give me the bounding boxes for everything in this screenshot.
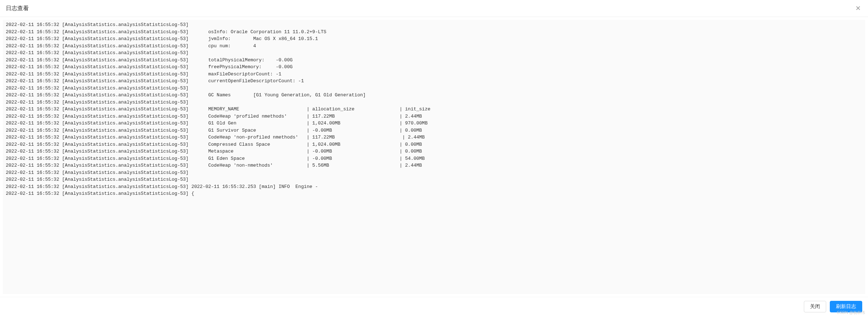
log-content: 2022-02-11 16:55:32 [AnalysisStatistics.… bbox=[6, 21, 862, 197]
log-container[interactable]: 2022-02-11 16:55:32 [AnalysisStatistics.… bbox=[3, 20, 865, 294]
close-icon[interactable]: ✕ bbox=[854, 4, 862, 12]
log-viewer-modal: 日志查看 ✕ 2022-02-11 16:55:32 [AnalysisStat… bbox=[0, 0, 868, 316]
close-button[interactable]: 关闭 bbox=[804, 301, 826, 312]
refresh-log-button[interactable]: 刷新日志 bbox=[830, 301, 862, 312]
modal-header: 日志查看 ✕ bbox=[0, 0, 868, 17]
modal-footer: 关闭 刷新日志 bbox=[0, 297, 868, 316]
modal-title: 日志查看 bbox=[6, 5, 29, 12]
